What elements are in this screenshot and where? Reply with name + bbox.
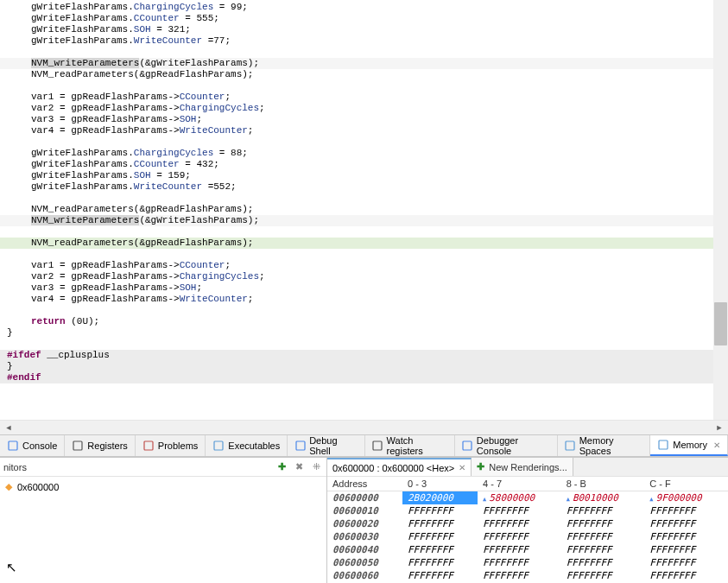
tab-label: Watch registers [387,435,447,456]
memory-cell[interactable]: ▲B0010000 [561,491,645,505]
code-line[interactable]: gWriteFlashParams.SOH = 159; [0,170,728,181]
code-line[interactable] [0,193,728,204]
code-line[interactable]: NVM_writeParameters(&gWriteFlashParams); [0,58,728,69]
memory-cell[interactable]: FFFFFFFF [644,517,728,530]
memory-row[interactable]: 00600040FFFFFFFFFFFFFFFFFFFFFFFFFFFFFFFF [327,543,728,556]
memory-cell[interactable]: FFFFFFFF [402,569,478,582]
memory-cell[interactable]: ▲58000000 [478,491,561,505]
code-line[interactable]: } [0,361,728,372]
memory-cell[interactable]: FFFFFFFF [561,569,645,582]
scroll-right-icon[interactable]: ► [714,423,725,432]
tab-debug-shell[interactable]: Debug Shell [288,435,364,456]
memory-cell[interactable]: FFFFFFFF [644,530,728,543]
memory-cell[interactable]: FFFFFFFF [644,543,728,556]
memory-cell[interactable]: FFFFFFFF [402,517,478,530]
new-rendering-tab[interactable]: ✚ New Renderings... [472,458,573,476]
memory-cell[interactable]: ▲9F000000 [644,491,728,505]
memory-cell[interactable]: FFFFFFFF [478,530,561,543]
memory-column-header[interactable]: 8 - B [561,477,645,491]
code-line[interactable]: } [0,327,728,339]
memory-cell[interactable]: FFFFFFFF [644,556,728,569]
code-line[interactable]: var1 = gpReadFlashParams->CCounter; [0,92,728,103]
code-line[interactable]: NVM_readParameters(&gpReadFlashParams); [0,69,728,80]
memory-cell[interactable]: FFFFFFFF [478,569,561,582]
memory-row[interactable]: 00600030FFFFFFFFFFFFFFFFFFFFFFFFFFFFFFFF [327,530,728,543]
memory-cell[interactable]: FFFFFFFF [402,530,478,543]
code-line[interactable] [0,339,728,350]
code-line[interactable]: gWriteFlashParams.WriteCounter =77; [0,35,728,47]
tab-executables[interactable]: Executables [206,435,288,456]
code-line[interactable] [0,226,728,238]
code-line[interactable] [0,305,728,316]
code-line[interactable]: gWriteFlashParams.CCounter = 555; [0,13,728,24]
code-line[interactable]: var3 = gpReadFlashParams->SOH; [0,114,728,125]
code-line[interactable] [0,136,728,148]
memory-cell[interactable]: FFFFFFFF [561,504,645,517]
tab-watch-registers[interactable]: Watch registers [365,435,455,456]
code-line[interactable] [0,47,728,58]
code-line[interactable] [0,80,728,92]
tab-memory[interactable]: Memory✕ [650,435,728,456]
hex-rendering-tab[interactable]: 0x600000 : 0x600000 <Hex> ✕ [327,458,472,476]
tab-memory-spaces[interactable]: Memory Spaces [558,435,651,456]
memory-cell[interactable]: FFFFFFFF [561,556,645,569]
code-line[interactable]: var2 = gpReadFlashParams->ChargingCycles… [0,103,728,114]
memory-cell[interactable]: FFFFFFFF [561,517,645,530]
memory-column-header[interactable]: C - F [644,477,728,491]
code-line[interactable]: NVM_readParameters(&gpReadFlashParams); [0,204,728,215]
code-line[interactable]: var3 = gpReadFlashParams->SOH; [0,282,728,294]
code-line[interactable]: gWriteFlashParams.CCounter = 432; [0,159,728,170]
close-icon[interactable]: ✕ [459,463,465,472]
code-line[interactable]: NVM_readParameters(&gpReadFlashParams); [0,238,728,249]
memory-column-header[interactable]: 0 - 3 [402,477,478,491]
code-line[interactable]: #ifdef __cplusplus [0,350,728,361]
scroll-left-icon[interactable]: ◄ [3,423,14,432]
code-line[interactable]: var4 = gpReadFlashParams->WriteCounter; [0,125,728,136]
memory-cell[interactable]: FFFFFFFF [478,556,561,569]
code-line[interactable]: gWriteFlashParams.SOH = 321; [0,24,728,35]
remove-all-monitors-icon[interactable]: ⁜ [309,460,323,474]
memory-column-header[interactable]: 4 - 7 [478,477,561,491]
memory-table[interactable]: Address0 - 34 - 78 - BC - F 006000002B02… [327,477,728,582]
tab-problems[interactable]: Problems [136,435,206,456]
memory-cell[interactable]: FFFFFFFF [478,517,561,530]
tab-console[interactable]: Console [0,435,65,456]
tab-debugger-console[interactable]: Debugger Console [455,435,558,456]
code-line[interactable]: var2 = gpReadFlashParams->ChargingCycles… [0,271,728,282]
code-line[interactable]: gWriteFlashParams.ChargingCycles = 99; [0,2,728,13]
memory-cell[interactable]: FFFFFFFF [561,543,645,556]
code-line[interactable]: gWriteFlashParams.ChargingCycles = 88; [0,148,728,159]
code-line[interactable]: var4 = gpReadFlashParams->WriteCounter; [0,294,728,305]
memory-cell[interactable]: FFFFFFFF [402,504,478,517]
horizontal-scrollbar[interactable]: ◄ ► [0,420,728,434]
memory-column-header[interactable]: Address [327,477,402,491]
remove-monitor-icon[interactable]: ✖ [292,460,306,474]
code-editor[interactable]: gWriteFlashParams.ChargingCycles = 99;gW… [0,0,728,420]
memory-cell[interactable]: FFFFFFFF [478,504,561,517]
memory-row[interactable]: 006000002B020000▲58000000▲B0010000▲9F000… [327,491,728,505]
code-line[interactable] [0,249,728,260]
code-line[interactable]: #endif [0,372,728,383]
memory-row[interactable]: 00600020FFFFFFFFFFFFFFFFFFFFFFFFFFFFFFFF [327,517,728,530]
tab-registers[interactable]: Registers [65,435,135,456]
memory-cell[interactable]: FFFFFFFF [402,556,478,569]
add-monitor-icon[interactable]: ✚ [275,460,288,474]
memory-cell[interactable]: FFFFFFFF [402,543,478,556]
memory-row[interactable]: 00600010FFFFFFFFFFFFFFFFFFFFFFFFFFFFFFFF [327,504,728,517]
memory-row[interactable]: 00600050FFFFFFFFFFFFFFFFFFFFFFFFFFFFFFFF [327,556,728,569]
memory-cell[interactable]: 2B020000 [402,491,478,505]
memory-cell[interactable]: FFFFFFFF [561,530,645,543]
scrollbar-thumb[interactable] [714,302,727,345]
memory-cell[interactable]: FFFFFFFF [644,569,728,582]
close-icon[interactable]: ✕ [713,440,720,450]
code-line[interactable]: var1 = gpReadFlashParams->CCounter; [0,260,728,271]
code-line[interactable]: return (0U); [0,316,728,327]
code-line[interactable] [0,383,728,395]
code-line[interactable]: NVM_writeParameters(&gWriteFlashParams); [0,215,728,226]
monitor-item[interactable]: ◆0x600000 [3,480,323,493]
code-line[interactable]: gWriteFlashParams.WriteCounter =552; [0,181,728,193]
memory-row[interactable]: 00600060FFFFFFFFFFFFFFFFFFFFFFFFFFFFFFFF [327,569,728,582]
vertical-scrollbar[interactable] [713,0,728,420]
memory-cell[interactable]: FFFFFFFF [478,543,561,556]
memory-cell[interactable]: FFFFFFFF [644,504,728,517]
